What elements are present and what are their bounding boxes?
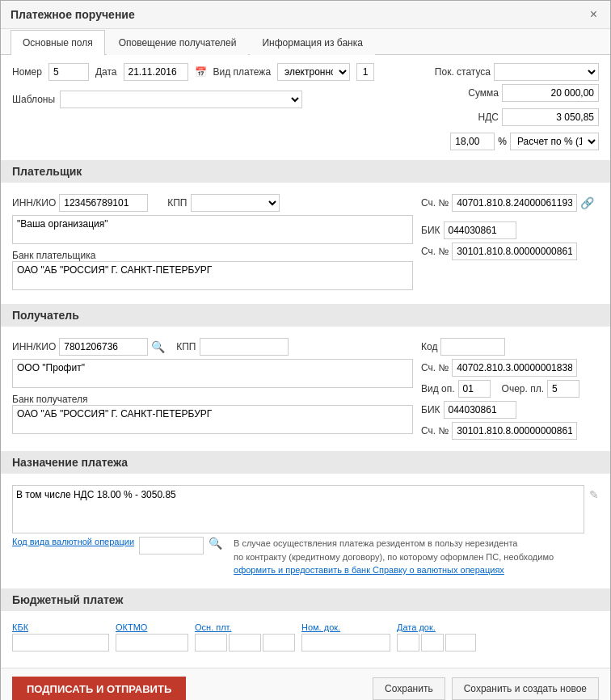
templates-row: Шаблоны [12,91,397,108]
raschet-select[interactable]: Расчет по % (1) [510,133,599,150]
oktmo-group: ОКТМО [116,622,188,652]
kod-vid-input[interactable] [139,537,204,555]
nomer-input[interactable] [48,63,89,81]
payee-kpp-input[interactable] [200,338,289,356]
date-doc-d[interactable] [397,634,419,652]
nomer-label: Номер [12,66,42,78]
summa-label: Сумма [468,87,499,99]
nom-doc-group: Ном. док. [301,622,390,652]
tab-main[interactable]: Основные поля [11,30,105,55]
kod-vid-label[interactable]: Код вида валютной операции [12,537,134,546]
payee-section-header: Получатель [1,304,610,327]
payee-vid-op-input[interactable] [458,380,491,398]
footer-btn-group: Сохранить Сохранить и создать новое [373,677,599,700]
payee-sch-input[interactable] [452,359,577,377]
payer-kpp-label: КПП [167,197,187,209]
payer-inn-input[interactable] [59,194,148,212]
payee-ochr-input[interactable] [547,380,579,398]
vid-platezha-select[interactable]: электронно [277,63,350,81]
payer-section: ИНН/КИО КПП "Ваша организация" Банк плат… [12,189,599,297]
info-text: В случае осуществления платежа резиденто… [234,537,554,577]
footer: ПОДПИСАТЬ И ОТПРАВИТЬ Сохранить Сохранит… [1,668,610,701]
payer-left: ИНН/КИО КПП "Ваша организация" Банк плат… [12,194,413,293]
data-label: Дата [95,66,117,78]
payer-org-textarea[interactable]: "Ваша организация" [12,215,413,244]
payee-section: ИНН/КИО 🔍 КПП ООО "Профит" Банк получате… [12,333,599,445]
payer-sch-row: Сч. № 🔗 [421,194,599,212]
badge: 1 [356,63,374,81]
naznachenie-icon[interactable]: ✎ [589,488,599,501]
payee-inn-input[interactable] [59,338,148,356]
payee-bik-input[interactable] [444,401,516,419]
payer-bik-input[interactable] [444,221,516,239]
payee-bik-label: БИК [421,404,440,415]
payee-top-row: ИНН/КИО 🔍 КПП ООО "Профит" Банк получате… [12,338,599,440]
budget-section-header: Бюджетный платеж [1,588,610,611]
close-button[interactable]: × [587,7,600,22]
calendar-icon[interactable]: 📅 [195,66,207,78]
payee-inn-label: ИНН/КИО [12,341,56,352]
tab-bank[interactable]: Информация из банка [250,30,374,55]
oktmo-label[interactable]: ОКТМО [116,622,188,632]
payer-bank-label-row: Банк плательщика [12,250,413,261]
payer-top-row: ИНН/КИО КПП "Ваша организация" Банк плат… [12,194,599,293]
payer-section-header: Плательщик [1,160,610,183]
naznachenie-textarea[interactable]: В том числе НДС 18.00 % - 3050.85 [12,485,584,533]
kbk-label[interactable]: КБК [12,622,109,632]
sign-send-button[interactable]: ПОДПИСАТЬ И ОТПРАВИТЬ [12,677,186,701]
shablony-select[interactable] [60,91,302,108]
kbk-input[interactable] [12,634,109,652]
summa-row: Сумма [405,84,599,102]
payer-inn-row: ИНН/КИО КПП [12,194,413,212]
save-new-button[interactable]: Сохранить и создать новое [452,677,599,700]
shablony-label: Шаблоны [12,94,55,105]
pok-statusa-select[interactable] [494,63,599,81]
nom-doc-input[interactable] [301,634,390,652]
window-title: Платежное поручение [11,8,135,21]
date-input[interactable] [124,63,188,81]
payee-bank-textarea[interactable]: ОАО "АБ "РОССИЯ" Г. САНКТ-ПЕТЕРБУРГ [12,405,413,434]
payer-bank-textarea[interactable]: ОАО "АБ "РОССИЯ" Г. САНКТ-ПЕТЕРБУРГ [12,261,413,290]
payer-bank-sch-input[interactable] [452,242,577,260]
osn-plt-group: Осн. плт. [195,622,295,652]
tab-notify[interactable]: Оповещение получателей [107,30,249,55]
payer-bik-row: БИК [421,221,599,239]
summa-input[interactable] [502,84,599,102]
payee-bik-row: БИК [421,401,599,419]
payer-bank-sch-label: Сч. № [421,246,449,257]
payee-inn-icon[interactable]: 🔍 [151,340,165,353]
pok-statusa-row: Пок. статуса [405,63,599,81]
payer-sch-input[interactable] [452,194,577,212]
payer-bik-label: БИК [421,225,440,236]
payee-org-textarea[interactable]: ООО "Профит" [12,359,413,388]
info-link[interactable]: оформить и предоставить в банк Справку о… [234,565,504,575]
osn-plt-input3[interactable] [263,634,295,652]
osn-plt-input2[interactable] [229,634,261,652]
date-doc-m[interactable] [421,634,444,652]
nds-input[interactable] [502,108,599,126]
payer-kpp-select[interactable] [191,194,280,212]
kod-vid-icon[interactable]: 🔍 [209,537,222,550]
main-window: Платежное поручение × Основные поля Опов… [0,0,611,700]
save-button[interactable]: Сохранить [373,677,445,700]
vat-pct-input[interactable] [450,133,495,150]
main-content: Номер Дата 📅 Вид платежа электронно 1 Ша… [1,55,610,664]
kbk-group: КБК [12,622,109,652]
payer-right: Сч. № 🔗 БИК Сч. № [421,194,599,293]
payer-sch-icon[interactable]: 🔗 [580,196,594,209]
payer-bank-sch-row: Сч. № [421,242,599,260]
osn-plt-label[interactable]: Осн. плт. [195,622,295,632]
payee-ochr-label: Очер. пл. [502,383,544,394]
osn-plt-input1[interactable] [195,634,227,652]
payee-kod-input[interactable] [440,338,505,356]
payee-kod-row: Код [421,338,599,356]
date-doc-label[interactable]: Дата док. [397,622,476,632]
nom-doc-label[interactable]: Ном. док. [301,622,390,632]
title-bar: Платежное поручение × [1,1,610,29]
payee-bank-sch-input[interactable] [452,422,577,440]
payer-inn-label: ИНН/КИО [12,197,56,209]
oktmo-input[interactable] [116,634,188,652]
date-doc-y[interactable] [445,634,476,652]
pct-label: % [498,136,507,147]
payer-bank-label: Банк плательщика [12,250,95,261]
